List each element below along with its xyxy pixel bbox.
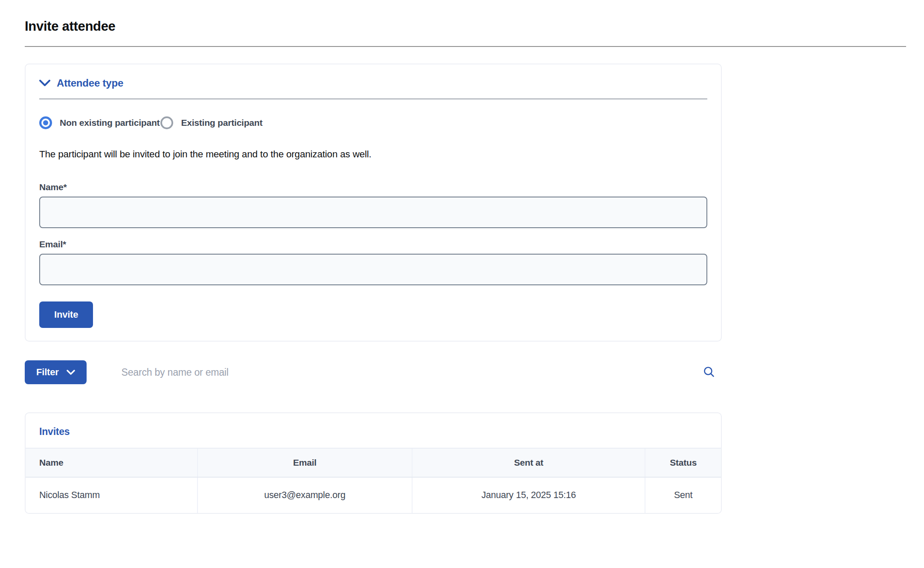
invite-attendee-page: Invite attendee Attendee type Non existi… <box>0 0 924 514</box>
search-input[interactable] <box>122 367 702 378</box>
email-field[interactable] <box>39 254 707 285</box>
column-header-email: Email <box>198 448 413 477</box>
attendee-type-section-toggle[interactable]: Attendee type <box>39 77 707 89</box>
attendee-form-card: Attendee type Non existing participant E… <box>25 64 722 342</box>
table-header-row: Name Email Sent at Status <box>26 448 721 477</box>
name-field[interactable] <box>39 197 707 228</box>
table-row: Nicolas Stamm user3@example.org January … <box>26 477 721 513</box>
invite-description: The participant will be invited to join … <box>39 149 707 160</box>
page-title: Invite attendee <box>25 19 906 34</box>
radio-option-non-existing[interactable]: Non existing participant <box>39 116 160 129</box>
chevron-down-icon <box>67 370 75 375</box>
chevron-down-icon[interactable] <box>39 80 50 87</box>
radio-dot <box>43 120 48 125</box>
cell-status: Sent <box>645 477 721 513</box>
attendee-type-radio-group: Non existing participant Existing partic… <box>39 116 707 129</box>
radio-label[interactable]: Existing participant <box>181 118 262 128</box>
cell-name: Nicolas Stamm <box>26 477 198 513</box>
radio-label[interactable]: Non existing participant <box>60 118 160 128</box>
filter-button-label: Filter <box>36 367 59 378</box>
section-divider <box>39 99 707 99</box>
section-title: Attendee type <box>57 77 123 89</box>
column-header-status: Status <box>645 448 721 477</box>
column-header-sent-at: Sent at <box>412 448 645 477</box>
filter-button[interactable]: Filter <box>25 360 87 384</box>
filter-bar: Filter <box>25 360 722 384</box>
radio-selected-icon[interactable] <box>39 116 52 129</box>
title-divider <box>25 46 906 47</box>
invite-button[interactable]: Invite <box>39 301 93 328</box>
name-field-label: Name* <box>39 182 707 192</box>
email-field-label: Email* <box>39 239 707 249</box>
cell-sent-at: January 15, 2025 15:16 <box>412 477 645 513</box>
radio-unselected-icon[interactable] <box>160 116 173 129</box>
radio-option-existing[interactable]: Existing participant <box>160 116 262 129</box>
cell-email: user3@example.org <box>198 477 413 513</box>
invites-card: Invites Name Email Sent at Status Nicola… <box>25 412 722 514</box>
column-header-name: Name <box>26 448 198 477</box>
search-icon[interactable] <box>702 365 716 379</box>
invites-table: Name Email Sent at Status Nicolas Stamm … <box>26 448 721 513</box>
invites-title: Invites <box>26 413 721 448</box>
